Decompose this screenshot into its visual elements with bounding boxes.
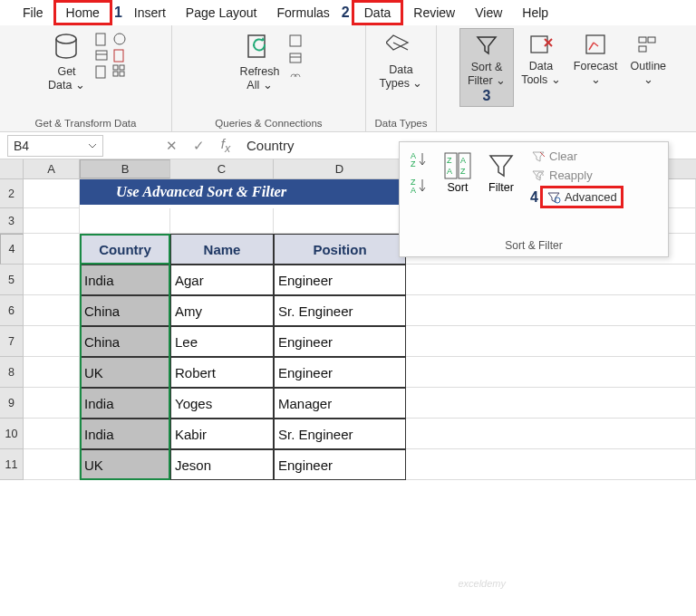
row-11[interactable]: 11: [0, 449, 24, 480]
cell[interactable]: [274, 208, 406, 234]
row-4[interactable]: 4: [0, 234, 24, 265]
table-cell[interactable]: UK: [80, 357, 170, 388]
cell[interactable]: [80, 208, 170, 234]
sort-dialog-button[interactable]: ZAAZ Sort: [438, 148, 478, 236]
cell[interactable]: [406, 326, 696, 357]
forecast-button[interactable]: Forecast ⌄: [568, 28, 624, 89]
cell[interactable]: [406, 419, 696, 449]
table-cell[interactable]: Agar: [170, 265, 274, 295]
sort-filter-button[interactable]: Sort & Filter ⌄ 3: [459, 28, 514, 107]
menu-file[interactable]: File: [13, 3, 53, 23]
table-cell[interactable]: Manager: [274, 388, 406, 419]
data-types-button[interactable]: Data Types ⌄: [374, 28, 429, 92]
table-cell[interactable]: Yoges: [170, 388, 274, 419]
table-cell[interactable]: Robert: [170, 357, 274, 388]
callout-2: 2: [340, 5, 352, 21]
data-tools-button[interactable]: Data Tools ⌄: [516, 28, 566, 89]
menu-formulas[interactable]: Formulas: [266, 3, 339, 23]
col-B[interactable]: B: [80, 159, 170, 178]
outline-button[interactable]: Outline ⌄: [624, 28, 672, 89]
menu-review[interactable]: Review: [403, 3, 465, 23]
table-cell[interactable]: Engineer: [274, 357, 406, 388]
grid-icon[interactable]: [112, 64, 127, 79]
row-6[interactable]: 6: [0, 295, 24, 326]
cell[interactable]: [24, 388, 80, 419]
cell[interactable]: [170, 208, 274, 234]
cell[interactable]: [24, 449, 80, 480]
cell[interactable]: [24, 265, 80, 295]
select-all[interactable]: [0, 159, 24, 178]
from-text-icon[interactable]: [94, 32, 109, 46]
hdr-name[interactable]: Name: [170, 234, 274, 265]
title-cell[interactable]: Use Advanced Sort & Filter: [80, 179, 406, 205]
table-cell[interactable]: Kabir: [170, 419, 274, 449]
table-cell[interactable]: Jeson: [170, 449, 274, 480]
cell[interactable]: [24, 179, 80, 208]
name-box[interactable]: B4: [7, 135, 103, 157]
existing-conn-icon[interactable]: [94, 64, 109, 79]
hdr-country[interactable]: Country: [80, 234, 170, 265]
recent-sources-icon[interactable]: [112, 48, 127, 63]
reapply-button[interactable]: Reapply: [528, 167, 624, 184]
table-cell[interactable]: China: [80, 295, 170, 326]
table-cell[interactable]: UK: [80, 449, 170, 480]
table-cell[interactable]: India: [80, 265, 170, 295]
table-cell[interactable]: India: [80, 388, 170, 419]
cell[interactable]: [406, 295, 696, 326]
table-cell[interactable]: China: [80, 326, 170, 357]
cell[interactable]: [406, 388, 696, 419]
row-8[interactable]: 8: [0, 357, 24, 388]
cell[interactable]: [406, 449, 696, 480]
menu-help[interactable]: Help: [512, 3, 558, 23]
sort-desc-button[interactable]: ZA: [405, 174, 434, 197]
table-cell[interactable]: Amy: [170, 295, 274, 326]
col-A[interactable]: A: [24, 159, 80, 178]
properties-icon[interactable]: [288, 52, 303, 66]
table-cell[interactable]: Sr. Engineer: [274, 419, 406, 449]
row-3[interactable]: 3: [0, 208, 24, 234]
table-cell[interactable]: Engineer: [274, 326, 406, 357]
cell[interactable]: [406, 357, 696, 388]
cell[interactable]: [24, 208, 80, 234]
menu-data[interactable]: Data: [352, 0, 404, 25]
menu-view[interactable]: View: [465, 3, 512, 23]
table-cell[interactable]: Lee: [170, 326, 274, 357]
menu-page-layout[interactable]: Page Layout: [176, 3, 267, 23]
col-C[interactable]: C: [170, 159, 274, 178]
from-table-icon[interactable]: [94, 48, 109, 63]
cell[interactable]: [24, 295, 80, 326]
row-10[interactable]: 10: [0, 419, 24, 449]
svg-text:Z: Z: [411, 159, 416, 168]
table-cell[interactable]: Engineer: [274, 449, 406, 480]
row-2[interactable]: 2: [0, 179, 24, 208]
refresh-all-button[interactable]: Refresh All ⌄: [235, 28, 285, 94]
row-5[interactable]: 5: [0, 265, 24, 295]
enter-fx-button[interactable]: ✓: [185, 135, 212, 157]
hdr-position[interactable]: Position: [274, 234, 406, 265]
links-icon[interactable]: [288, 70, 303, 84]
advanced-button[interactable]: Advanced: [540, 186, 624, 208]
table-cell[interactable]: India: [80, 419, 170, 449]
cell[interactable]: [24, 326, 80, 357]
menu-home[interactable]: Home: [53, 0, 112, 25]
get-data-button[interactable]: Get Data ⌄: [43, 28, 91, 94]
row-9[interactable]: 9: [0, 388, 24, 419]
from-web-icon[interactable]: [112, 32, 127, 46]
cell[interactable]: [24, 419, 80, 449]
dropdown-group-label: Sort & Filter: [400, 236, 668, 256]
cell[interactable]: [24, 234, 80, 265]
cell[interactable]: [24, 357, 80, 388]
menu-insert[interactable]: Insert: [124, 3, 176, 23]
clear-button[interactable]: Clear: [528, 148, 624, 165]
row-7[interactable]: 7: [0, 326, 24, 357]
sort-asc-button[interactable]: AZ: [405, 148, 434, 171]
cell[interactable]: [406, 265, 696, 295]
cancel-fx-button[interactable]: ✕: [158, 135, 185, 157]
table-cell[interactable]: Sr. Engineer: [274, 295, 406, 326]
fx-button[interactable]: fx: [212, 135, 239, 157]
col-D[interactable]: D: [274, 159, 406, 178]
queries-icon[interactable]: [288, 34, 303, 48]
table-cell[interactable]: Engineer: [274, 265, 406, 295]
filter-button[interactable]: Filter: [481, 148, 521, 236]
refresh-label: Refresh All ⌄: [240, 65, 280, 92]
